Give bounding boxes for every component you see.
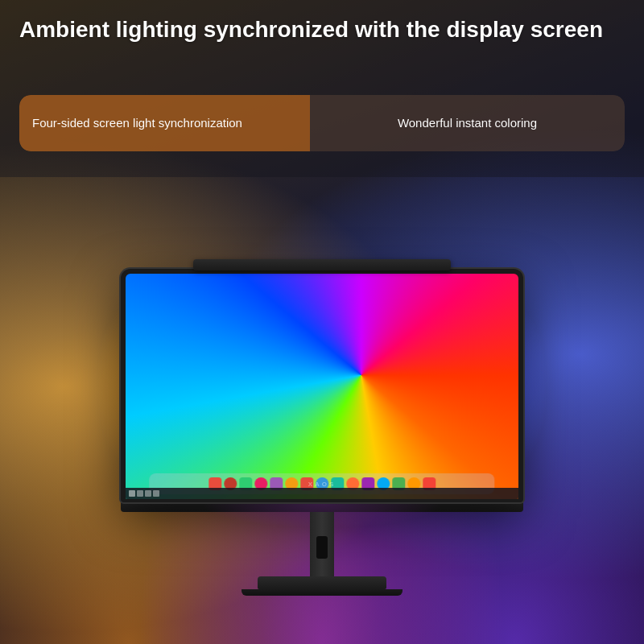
monitor-screen [126, 274, 518, 499]
monitor-neck [310, 512, 334, 576]
title-section: Ambient lighting synchronized with the d… [19, 14, 625, 45]
badge-left-text: Four-sided screen light synchronization [32, 115, 242, 131]
monitor-assembly: XAOS [121, 259, 523, 596]
win-icon [153, 490, 159, 497]
win-taskbar [126, 488, 518, 499]
main-title: Ambient lighting synchronized with the d… [19, 14, 625, 45]
win-icon [137, 490, 143, 497]
screen-content [126, 274, 518, 499]
badge-left: Four-sided screen light synchronization [19, 95, 310, 151]
monitor-frame: XAOS [121, 269, 523, 502]
badge-row: Four-sided screen light synchronization … [19, 95, 625, 151]
win-start-icon [129, 490, 135, 497]
badge-right: Wonderful instant coloring [310, 95, 625, 151]
monitor-base-bottom [242, 589, 402, 596]
light-bar [193, 259, 451, 270]
monitor-base [258, 576, 386, 589]
brand-label: XAOS [308, 481, 336, 488]
main-scene: Ambient lighting synchronized with the d… [0, 0, 644, 644]
monitor-bottom-bezel [121, 502, 523, 512]
win-icon [145, 490, 151, 497]
badge-right-text: Wonderful instant coloring [398, 115, 537, 131]
